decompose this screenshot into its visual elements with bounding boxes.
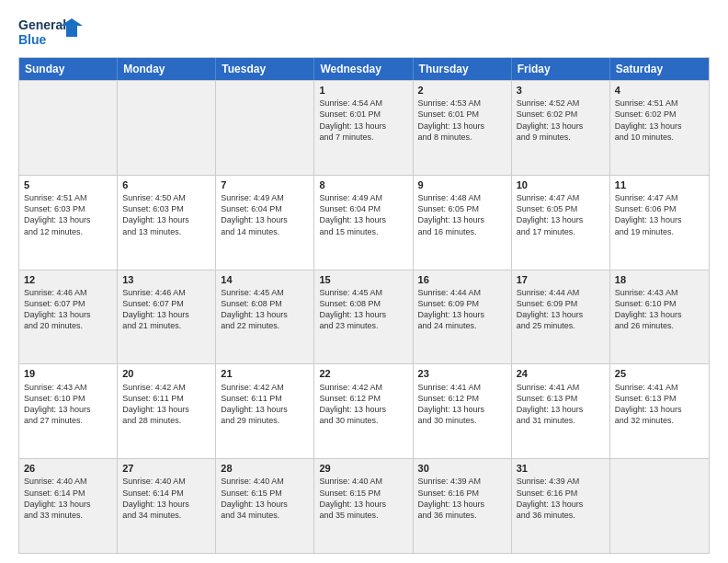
cell-info: Sunrise: 4:42 AMSunset: 6:11 PMDaylight:… bbox=[122, 382, 210, 427]
calendar-cell: 12Sunrise: 4:46 AMSunset: 6:07 PMDayligh… bbox=[19, 270, 118, 364]
cell-info: Sunrise: 4:51 AMSunset: 6:03 PMDaylight:… bbox=[24, 192, 112, 237]
page: General Blue SundayMondayTuesdayWednesda… bbox=[0, 0, 728, 563]
calendar-header: SundayMondayTuesdayWednesdayThursdayFrid… bbox=[19, 58, 709, 80]
day-number: 28 bbox=[221, 462, 309, 475]
calendar-cell: 1Sunrise: 4:54 AMSunset: 6:01 PMDaylight… bbox=[314, 81, 413, 175]
calendar-cell bbox=[216, 81, 314, 175]
day-number: 14 bbox=[221, 273, 309, 286]
day-number: 16 bbox=[418, 273, 506, 286]
calendar-cell: 15Sunrise: 4:45 AMSunset: 6:08 PMDayligh… bbox=[314, 270, 413, 364]
header: General Blue bbox=[18, 15, 710, 48]
day-number: 30 bbox=[418, 462, 506, 475]
day-number: 12 bbox=[24, 273, 112, 286]
day-number: 24 bbox=[517, 367, 605, 380]
calendar-cell: 28Sunrise: 4:40 AMSunset: 6:15 PMDayligh… bbox=[216, 459, 314, 553]
day-number: 17 bbox=[517, 273, 605, 286]
calendar-body: 1Sunrise: 4:54 AMSunset: 6:01 PMDaylight… bbox=[19, 80, 709, 553]
calendar-cell: 29Sunrise: 4:40 AMSunset: 6:15 PMDayligh… bbox=[314, 459, 413, 553]
calendar-cell: 30Sunrise: 4:39 AMSunset: 6:16 PMDayligh… bbox=[414, 459, 512, 553]
day-number: 21 bbox=[221, 367, 309, 380]
day-number: 26 bbox=[24, 462, 112, 475]
cell-info: Sunrise: 4:40 AMSunset: 6:14 PMDaylight:… bbox=[122, 476, 210, 521]
day-number: 20 bbox=[122, 367, 210, 380]
day-number: 7 bbox=[221, 178, 309, 191]
cell-info: Sunrise: 4:42 AMSunset: 6:11 PMDaylight:… bbox=[221, 382, 309, 427]
day-number: 15 bbox=[319, 273, 407, 286]
calendar-row: 5Sunrise: 4:51 AMSunset: 6:03 PMDaylight… bbox=[19, 175, 709, 270]
calendar-cell: 2Sunrise: 4:53 AMSunset: 6:01 PMDaylight… bbox=[414, 81, 512, 175]
calendar-cell: 17Sunrise: 4:44 AMSunset: 6:09 PMDayligh… bbox=[512, 270, 610, 364]
calendar-cell: 19Sunrise: 4:43 AMSunset: 6:10 PMDayligh… bbox=[19, 364, 118, 458]
cell-info: Sunrise: 4:45 AMSunset: 6:08 PMDaylight:… bbox=[221, 287, 309, 332]
weekday-header: Tuesday bbox=[216, 58, 314, 80]
weekday-header: Monday bbox=[118, 58, 216, 80]
cell-info: Sunrise: 4:40 AMSunset: 6:15 PMDaylight:… bbox=[221, 476, 309, 521]
day-number: 5 bbox=[24, 178, 112, 191]
svg-text:General: General bbox=[18, 17, 66, 32]
calendar-cell: 16Sunrise: 4:44 AMSunset: 6:09 PMDayligh… bbox=[414, 270, 512, 364]
calendar-cell: 20Sunrise: 4:42 AMSunset: 6:11 PMDayligh… bbox=[118, 364, 216, 458]
calendar: SundayMondayTuesdayWednesdayThursdayFrid… bbox=[18, 57, 710, 554]
cell-info: Sunrise: 4:44 AMSunset: 6:09 PMDaylight:… bbox=[517, 287, 605, 332]
calendar-cell: 13Sunrise: 4:46 AMSunset: 6:07 PMDayligh… bbox=[118, 270, 216, 364]
cell-info: Sunrise: 4:40 AMSunset: 6:15 PMDaylight:… bbox=[319, 476, 407, 521]
cell-info: Sunrise: 4:41 AMSunset: 6:13 PMDaylight:… bbox=[517, 382, 605, 427]
calendar-cell bbox=[610, 459, 709, 553]
calendar-cell: 14Sunrise: 4:45 AMSunset: 6:08 PMDayligh… bbox=[216, 270, 314, 364]
calendar-cell: 4Sunrise: 4:51 AMSunset: 6:02 PMDaylight… bbox=[610, 81, 709, 175]
calendar-cell: 8Sunrise: 4:49 AMSunset: 6:04 PMDaylight… bbox=[314, 176, 413, 270]
cell-info: Sunrise: 4:47 AMSunset: 6:05 PMDaylight:… bbox=[517, 192, 605, 237]
day-number: 8 bbox=[319, 178, 407, 191]
calendar-row: 26Sunrise: 4:40 AMSunset: 6:14 PMDayligh… bbox=[19, 458, 709, 553]
day-number: 9 bbox=[418, 178, 506, 191]
calendar-cell: 22Sunrise: 4:42 AMSunset: 6:12 PMDayligh… bbox=[314, 364, 413, 458]
day-number: 13 bbox=[122, 273, 210, 286]
day-number: 23 bbox=[418, 367, 506, 380]
cell-info: Sunrise: 4:40 AMSunset: 6:14 PMDaylight:… bbox=[24, 476, 112, 521]
day-number: 2 bbox=[418, 84, 506, 97]
day-number: 19 bbox=[24, 367, 112, 380]
weekday-header: Saturday bbox=[610, 58, 709, 80]
cell-info: Sunrise: 4:39 AMSunset: 6:16 PMDaylight:… bbox=[418, 476, 506, 521]
cell-info: Sunrise: 4:52 AMSunset: 6:02 PMDaylight:… bbox=[517, 98, 605, 143]
cell-info: Sunrise: 4:44 AMSunset: 6:09 PMDaylight:… bbox=[418, 287, 506, 332]
calendar-cell: 31Sunrise: 4:39 AMSunset: 6:16 PMDayligh… bbox=[512, 459, 610, 553]
svg-text:Blue: Blue bbox=[18, 32, 47, 47]
weekday-header: Thursday bbox=[414, 58, 512, 80]
calendar-cell: 3Sunrise: 4:52 AMSunset: 6:02 PMDaylight… bbox=[512, 81, 610, 175]
cell-info: Sunrise: 4:46 AMSunset: 6:07 PMDaylight:… bbox=[24, 287, 112, 332]
calendar-cell bbox=[118, 81, 216, 175]
day-number: 31 bbox=[517, 462, 605, 475]
cell-info: Sunrise: 4:54 AMSunset: 6:01 PMDaylight:… bbox=[319, 98, 407, 143]
day-number: 6 bbox=[122, 178, 210, 191]
calendar-cell: 9Sunrise: 4:48 AMSunset: 6:05 PMDaylight… bbox=[414, 176, 512, 270]
weekday-header: Wednesday bbox=[314, 58, 413, 80]
day-number: 29 bbox=[319, 462, 407, 475]
calendar-row: 1Sunrise: 4:54 AMSunset: 6:01 PMDaylight… bbox=[19, 80, 709, 175]
logo-svg: General Blue bbox=[18, 15, 85, 48]
day-number: 4 bbox=[615, 84, 704, 97]
day-number: 27 bbox=[122, 462, 210, 475]
calendar-cell: 18Sunrise: 4:43 AMSunset: 6:10 PMDayligh… bbox=[610, 270, 709, 364]
calendar-cell: 5Sunrise: 4:51 AMSunset: 6:03 PMDaylight… bbox=[19, 176, 118, 270]
calendar-cell: 25Sunrise: 4:41 AMSunset: 6:13 PMDayligh… bbox=[610, 364, 709, 458]
day-number: 11 bbox=[615, 178, 704, 191]
cell-info: Sunrise: 4:47 AMSunset: 6:06 PMDaylight:… bbox=[615, 192, 704, 237]
calendar-cell: 26Sunrise: 4:40 AMSunset: 6:14 PMDayligh… bbox=[19, 459, 118, 553]
logo: General Blue bbox=[18, 15, 85, 48]
cell-info: Sunrise: 4:41 AMSunset: 6:12 PMDaylight:… bbox=[418, 382, 506, 427]
calendar-cell bbox=[19, 81, 118, 175]
cell-info: Sunrise: 4:41 AMSunset: 6:13 PMDaylight:… bbox=[615, 382, 704, 427]
calendar-cell: 23Sunrise: 4:41 AMSunset: 6:12 PMDayligh… bbox=[414, 364, 512, 458]
calendar-cell: 27Sunrise: 4:40 AMSunset: 6:14 PMDayligh… bbox=[118, 459, 216, 553]
day-number: 10 bbox=[517, 178, 605, 191]
day-number: 1 bbox=[319, 84, 407, 97]
weekday-header: Sunday bbox=[19, 58, 118, 80]
cell-info: Sunrise: 4:49 AMSunset: 6:04 PMDaylight:… bbox=[221, 192, 309, 237]
calendar-cell: 21Sunrise: 4:42 AMSunset: 6:11 PMDayligh… bbox=[216, 364, 314, 458]
calendar-cell: 6Sunrise: 4:50 AMSunset: 6:03 PMDaylight… bbox=[118, 176, 216, 270]
day-number: 3 bbox=[517, 84, 605, 97]
calendar-cell: 7Sunrise: 4:49 AMSunset: 6:04 PMDaylight… bbox=[216, 176, 314, 270]
cell-info: Sunrise: 4:39 AMSunset: 6:16 PMDaylight:… bbox=[517, 476, 605, 521]
calendar-cell: 24Sunrise: 4:41 AMSunset: 6:13 PMDayligh… bbox=[512, 364, 610, 458]
